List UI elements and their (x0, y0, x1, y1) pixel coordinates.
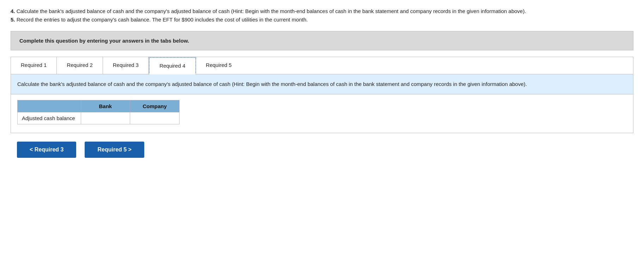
next-button-label: Required 5 > (97, 147, 131, 153)
tab-required1-label: Required 1 (21, 62, 47, 68)
tab-required2[interactable]: Required 2 (57, 57, 103, 74)
item5-label: 5. (11, 17, 15, 23)
tab-required4[interactable]: Required 4 (149, 57, 196, 74)
item4-label: 4. (11, 8, 15, 14)
item4-text: Calculate the bank's adjusted balance of… (15, 8, 526, 14)
instructions: 4. Calculate the bank's adjusted balance… (11, 7, 633, 24)
prev-button-label: < Required 3 (30, 147, 63, 153)
tab-required5-label: Required 5 (206, 62, 232, 68)
table-header-company: Company (130, 100, 180, 112)
table-row: Adjusted cash balance (18, 112, 180, 124)
complete-box-text: Complete this question by entering your … (19, 38, 189, 44)
table-header-bank: Bank (81, 100, 130, 112)
nav-buttons: < Required 3 Required 5 > (11, 142, 633, 158)
tab-required3[interactable]: Required 3 (103, 57, 149, 74)
tab-required5[interactable]: Required 5 (196, 57, 242, 74)
tab-required4-label: Required 4 (159, 63, 185, 69)
next-button[interactable]: Required 5 > (85, 142, 144, 158)
tabs-container: Required 1 Required 2 Required 3 Require… (11, 57, 633, 133)
table-header-empty (18, 100, 81, 112)
bank-input[interactable] (81, 112, 130, 124)
bank-input-cell[interactable] (81, 112, 130, 124)
company-input-cell[interactable] (130, 112, 180, 124)
data-table: Bank Company Adjusted cash balance (17, 100, 180, 124)
tab-required1[interactable]: Required 1 (11, 57, 57, 74)
tab-required2-label: Required 2 (67, 62, 92, 68)
item5-text: Record the entries to adjust the company… (15, 17, 308, 23)
tab-required3-label: Required 3 (113, 62, 139, 68)
prev-button[interactable]: < Required 3 (17, 142, 76, 158)
complete-box: Complete this question by entering your … (11, 31, 633, 50)
tabs-row: Required 1 Required 2 Required 3 Require… (11, 57, 633, 74)
row-label: Adjusted cash balance (18, 112, 81, 124)
tab-description-text: Calculate the bank's adjusted balance of… (17, 81, 527, 87)
tab-content-description: Calculate the bank's adjusted balance of… (11, 74, 633, 94)
company-input[interactable] (130, 112, 179, 124)
table-section: Bank Company Adjusted cash balance (11, 94, 633, 133)
